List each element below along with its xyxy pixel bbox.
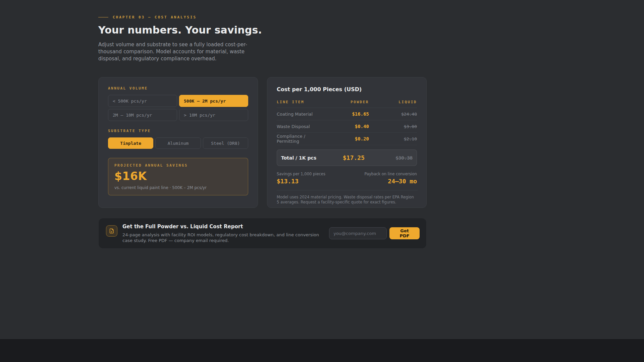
report-cta-title: Get the Full Powder vs. Liquid Cost Repo… xyxy=(122,224,329,230)
row-powder-value: $16.65 xyxy=(322,111,369,117)
substrate-option-aluminum[interactable]: Aluminum xyxy=(155,137,201,149)
cost-table-title: Cost per 1,000 Pieces (USD) xyxy=(277,86,417,93)
substrate-options: Tinplate Aluminum Steel (DR8) xyxy=(108,137,248,149)
summary-stats: Savings per 1,000 pieces $13.13 Payback … xyxy=(277,172,417,185)
annual-volume-options: < 500K pcs/yr 500K – 2M pcs/yr 2M – 10M … xyxy=(108,95,248,121)
row-item-label: Waste Disposal xyxy=(277,124,322,129)
col-header-powder: POWDER xyxy=(322,100,369,104)
projected-savings-panel: PROJECTED ANNUAL SAVINGS $16K vs. curren… xyxy=(108,158,248,195)
page-subtitle: Adjust volume and substrate to see a ful… xyxy=(98,41,259,62)
substrate-type-label: SUBSTRATE TYPE xyxy=(108,129,248,133)
row-liquid-value: $3.80 xyxy=(369,124,417,129)
row-item-label: Coating Material xyxy=(277,112,322,117)
table-row: Coating Material $16.65 $24.48 xyxy=(277,108,417,120)
row-liquid-value: $24.48 xyxy=(369,112,417,117)
volume-option-over-10m[interactable]: > 10M pcs/yr xyxy=(179,109,248,121)
projected-savings-label: PROJECTED ANNUAL SAVINGS xyxy=(114,163,242,168)
payback-label: Payback on line conversion xyxy=(365,172,417,176)
row-powder-value: $0.20 xyxy=(322,136,369,141)
section-eyebrow: CHAPTER 03 — COST ANALYSIS xyxy=(98,15,427,19)
annual-volume-label: ANNUAL VOLUME xyxy=(108,86,248,90)
cost-table-card: Cost per 1,000 Pieces (USD) LINE ITEM PO… xyxy=(267,77,427,208)
payback-value: 24–30 mo xyxy=(365,178,417,185)
volume-option-500k-2m[interactable]: 500K – 2M pcs/yr xyxy=(179,95,248,107)
volume-option-2m-10m[interactable]: 2M – 10M pcs/yr xyxy=(108,109,177,121)
cost-analysis-section: CHAPTER 03 — COST ANALYSIS Your numbers.… xyxy=(98,0,427,249)
next-section-strip xyxy=(0,339,644,362)
eyebrow-rule xyxy=(98,17,108,17)
savings-per-1000-label: Savings per 1,000 pieces xyxy=(277,172,325,176)
total-row: Total / 1K pcs $17.25 $30.38 xyxy=(277,149,417,166)
savings-per-1000-value: $13.13 xyxy=(277,178,325,185)
projected-savings-value: $16K xyxy=(114,170,242,183)
substrate-option-steel[interactable]: Steel (DR8) xyxy=(203,137,248,149)
table-row: Waste Disposal $0.40 $3.80 xyxy=(277,120,417,133)
calculator-card: ANNUAL VOLUME < 500K pcs/yr 500K – 2M pc… xyxy=(98,77,258,208)
pricing-footnote: Model uses 2024 material pricing. Waste … xyxy=(277,190,418,205)
col-header-line-item: LINE ITEM xyxy=(277,100,322,104)
file-plus-icon xyxy=(106,225,117,237)
row-liquid-value: $2.10 xyxy=(369,136,417,141)
report-cta-text: Get the Full Powder vs. Liquid Cost Repo… xyxy=(122,224,329,243)
eyebrow-label: CHAPTER 03 — COST ANALYSIS xyxy=(113,15,197,19)
get-pdf-button[interactable]: Get PDF xyxy=(389,227,420,239)
total-powder-value: $17.25 xyxy=(318,154,365,161)
col-header-liquid: LIQUID xyxy=(369,100,417,104)
projected-savings-note: vs. current liquid paint line · 500K – 2… xyxy=(114,185,242,190)
table-row: Compliance / Permitting $0.20 $2.10 xyxy=(277,133,417,145)
report-cta-description: 24-page analysis with facility ROI model… xyxy=(122,232,324,243)
substrate-option-tinplate[interactable]: Tinplate xyxy=(108,137,153,149)
page-title: Your numbers. Your savings. xyxy=(98,24,427,36)
row-powder-value: $0.40 xyxy=(322,124,369,129)
payback-stat: Payback on line conversion 24–30 mo xyxy=(365,172,417,185)
cost-table-header: LINE ITEM POWDER LIQUID xyxy=(277,100,417,108)
volume-option-under-500k[interactable]: < 500K pcs/yr xyxy=(108,95,177,107)
row-item-label: Compliance / Permitting xyxy=(277,134,322,144)
report-cta-form: Get PDF xyxy=(329,227,420,239)
savings-per-1000-stat: Savings per 1,000 pieces $13.13 xyxy=(277,172,325,185)
total-liquid-value: $30.38 xyxy=(365,155,413,161)
total-label: Total / 1K pcs xyxy=(281,155,318,161)
report-cta-bar: Get the Full Powder vs. Liquid Cost Repo… xyxy=(98,218,427,249)
email-input[interactable] xyxy=(329,227,387,239)
